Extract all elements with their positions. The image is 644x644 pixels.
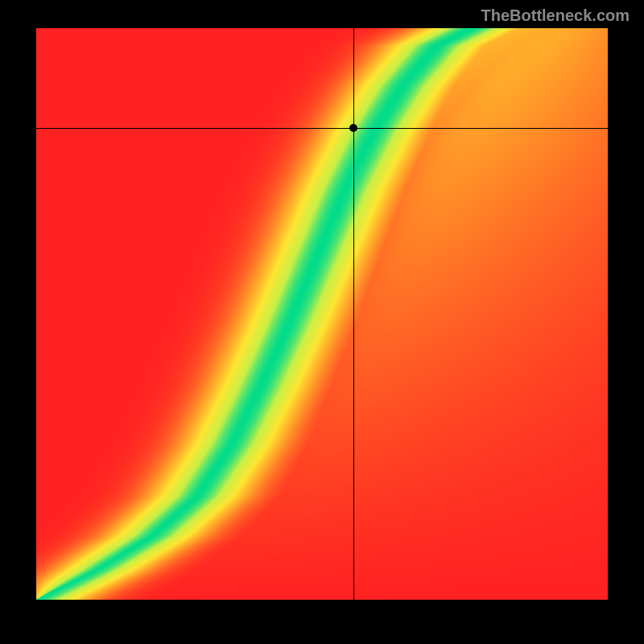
data-point-marker	[349, 124, 357, 132]
crosshair-horizontal	[36, 128, 608, 129]
watermark-text: TheBottleneck.com	[481, 6, 630, 25]
crosshair-vertical	[353, 28, 354, 600]
heatmap-canvas	[36, 28, 608, 600]
bottleneck-heatmap-container: TheBottleneck.com	[0, 0, 644, 644]
